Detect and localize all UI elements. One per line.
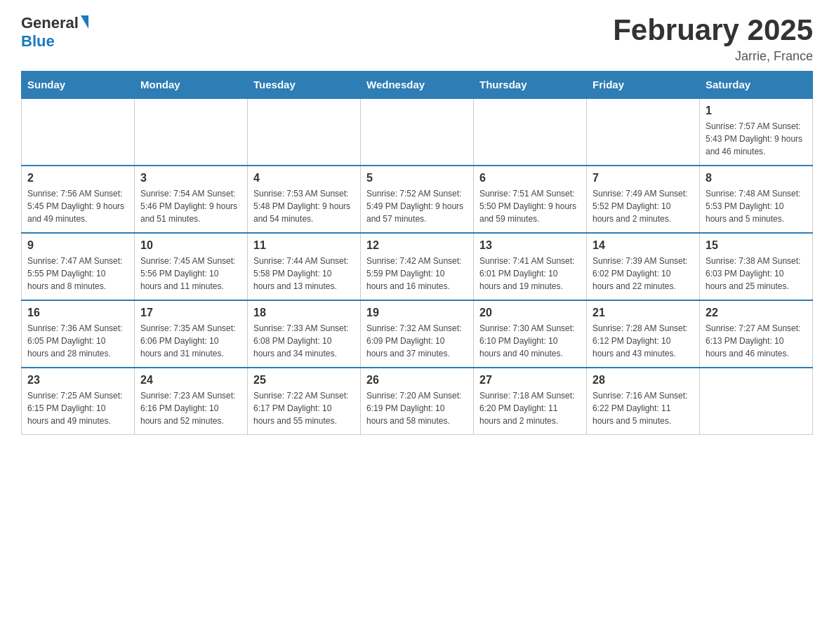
calendar-day-header: Sunday xyxy=(22,72,135,99)
day-number: 19 xyxy=(366,307,468,319)
day-number: 12 xyxy=(366,239,468,252)
calendar-cell: 11Sunrise: 7:44 AM Sunset: 5:58 PM Dayli… xyxy=(248,233,361,300)
day-info: Sunrise: 7:30 AM Sunset: 6:10 PM Dayligh… xyxy=(479,322,581,360)
day-number: 13 xyxy=(479,239,581,252)
day-number: 5 xyxy=(366,172,468,185)
day-info: Sunrise: 7:54 AM Sunset: 5:46 PM Dayligh… xyxy=(140,187,241,225)
page-header: General Blue February 2025 Jarrie, Franc… xyxy=(21,14,813,64)
calendar-cell: 5Sunrise: 7:52 AM Sunset: 5:49 PM Daylig… xyxy=(361,166,474,233)
day-number: 10 xyxy=(140,239,241,252)
calendar-cell: 15Sunrise: 7:38 AM Sunset: 6:03 PM Dayli… xyxy=(700,233,813,300)
calendar-week-row: 16Sunrise: 7:36 AM Sunset: 6:05 PM Dayli… xyxy=(22,300,813,368)
calendar-week-row: 2Sunrise: 7:56 AM Sunset: 5:45 PM Daylig… xyxy=(22,166,813,233)
day-number: 7 xyxy=(593,172,694,185)
calendar-cell xyxy=(248,98,361,166)
calendar-cell: 1Sunrise: 7:57 AM Sunset: 5:43 PM Daylig… xyxy=(700,98,813,166)
calendar-cell: 28Sunrise: 7:16 AM Sunset: 6:22 PM Dayli… xyxy=(587,368,700,435)
day-number: 1 xyxy=(706,105,807,117)
day-number: 24 xyxy=(140,374,241,387)
day-number: 27 xyxy=(479,374,581,387)
day-info: Sunrise: 7:53 AM Sunset: 5:48 PM Dayligh… xyxy=(253,187,355,225)
calendar-cell xyxy=(587,98,700,166)
calendar-day-header: Wednesday xyxy=(361,72,474,99)
calendar-cell xyxy=(474,98,587,166)
day-info: Sunrise: 7:33 AM Sunset: 6:08 PM Dayligh… xyxy=(253,322,355,360)
calendar-cell xyxy=(361,98,474,166)
calendar-header: SundayMondayTuesdayWednesdayThursdayFrid… xyxy=(22,72,813,99)
day-info: Sunrise: 7:35 AM Sunset: 6:06 PM Dayligh… xyxy=(140,322,241,360)
calendar-cell xyxy=(700,368,813,435)
calendar-cell: 18Sunrise: 7:33 AM Sunset: 6:08 PM Dayli… xyxy=(248,300,361,368)
day-number: 16 xyxy=(27,307,128,319)
day-info: Sunrise: 7:44 AM Sunset: 5:58 PM Dayligh… xyxy=(253,255,355,293)
calendar-cell: 9Sunrise: 7:47 AM Sunset: 5:55 PM Daylig… xyxy=(22,233,135,300)
calendar-cell: 10Sunrise: 7:45 AM Sunset: 5:56 PM Dayli… xyxy=(135,233,248,300)
day-number: 8 xyxy=(706,172,807,185)
calendar-week-row: 9Sunrise: 7:47 AM Sunset: 5:55 PM Daylig… xyxy=(22,233,813,300)
day-number: 6 xyxy=(479,172,581,185)
day-number: 17 xyxy=(140,307,241,319)
calendar-cell: 8Sunrise: 7:48 AM Sunset: 5:53 PM Daylig… xyxy=(700,166,813,233)
calendar-cell: 17Sunrise: 7:35 AM Sunset: 6:06 PM Dayli… xyxy=(135,300,248,368)
logo-arrow-icon xyxy=(81,15,88,29)
day-info: Sunrise: 7:36 AM Sunset: 6:05 PM Dayligh… xyxy=(27,322,128,360)
day-info: Sunrise: 7:52 AM Sunset: 5:49 PM Dayligh… xyxy=(366,187,468,225)
calendar-cell: 27Sunrise: 7:18 AM Sunset: 6:20 PM Dayli… xyxy=(474,368,587,435)
day-info: Sunrise: 7:27 AM Sunset: 6:13 PM Dayligh… xyxy=(706,322,807,360)
day-number: 2 xyxy=(27,172,128,185)
calendar-cell: 22Sunrise: 7:27 AM Sunset: 6:13 PM Dayli… xyxy=(700,300,813,368)
day-number: 3 xyxy=(140,172,241,185)
calendar-cell: 6Sunrise: 7:51 AM Sunset: 5:50 PM Daylig… xyxy=(474,166,587,233)
calendar-day-header: Saturday xyxy=(700,72,813,99)
calendar-body: 1Sunrise: 7:57 AM Sunset: 5:43 PM Daylig… xyxy=(22,98,813,435)
day-info: Sunrise: 7:51 AM Sunset: 5:50 PM Dayligh… xyxy=(479,187,581,225)
calendar-day-header: Thursday xyxy=(474,72,587,99)
day-info: Sunrise: 7:38 AM Sunset: 6:03 PM Dayligh… xyxy=(706,255,807,293)
day-info: Sunrise: 7:22 AM Sunset: 6:17 PM Dayligh… xyxy=(253,389,355,427)
day-number: 22 xyxy=(706,307,807,319)
calendar-cell xyxy=(135,98,248,166)
day-info: Sunrise: 7:25 AM Sunset: 6:15 PM Dayligh… xyxy=(27,389,128,427)
day-number: 15 xyxy=(706,239,807,252)
logo: General Blue xyxy=(21,14,88,51)
day-info: Sunrise: 7:41 AM Sunset: 6:01 PM Dayligh… xyxy=(479,255,581,293)
day-number: 11 xyxy=(253,239,355,252)
day-number: 21 xyxy=(593,307,694,319)
logo-general-text: General xyxy=(21,14,79,32)
day-info: Sunrise: 7:42 AM Sunset: 5:59 PM Dayligh… xyxy=(366,255,468,293)
calendar-header-row: SundayMondayTuesdayWednesdayThursdayFrid… xyxy=(22,72,813,99)
calendar-cell: 20Sunrise: 7:30 AM Sunset: 6:10 PM Dayli… xyxy=(474,300,587,368)
calendar-table: SundayMondayTuesdayWednesdayThursdayFrid… xyxy=(21,71,813,435)
day-number: 18 xyxy=(253,307,355,319)
day-number: 4 xyxy=(253,172,355,185)
day-info: Sunrise: 7:20 AM Sunset: 6:19 PM Dayligh… xyxy=(366,389,468,427)
day-info: Sunrise: 7:18 AM Sunset: 6:20 PM Dayligh… xyxy=(479,389,581,427)
day-info: Sunrise: 7:32 AM Sunset: 6:09 PM Dayligh… xyxy=(366,322,468,360)
day-info: Sunrise: 7:57 AM Sunset: 5:43 PM Dayligh… xyxy=(706,120,807,158)
day-number: 23 xyxy=(27,374,128,387)
day-info: Sunrise: 7:23 AM Sunset: 6:16 PM Dayligh… xyxy=(140,389,241,427)
calendar-day-header: Tuesday xyxy=(248,72,361,99)
day-info: Sunrise: 7:56 AM Sunset: 5:45 PM Dayligh… xyxy=(27,187,128,225)
calendar-cell: 21Sunrise: 7:28 AM Sunset: 6:12 PM Dayli… xyxy=(587,300,700,368)
day-info: Sunrise: 7:16 AM Sunset: 6:22 PM Dayligh… xyxy=(593,389,694,427)
calendar-cell: 24Sunrise: 7:23 AM Sunset: 6:16 PM Dayli… xyxy=(135,368,248,435)
calendar-cell: 12Sunrise: 7:42 AM Sunset: 5:59 PM Dayli… xyxy=(361,233,474,300)
day-number: 25 xyxy=(253,374,355,387)
calendar-day-header: Monday xyxy=(135,72,248,99)
day-info: Sunrise: 7:45 AM Sunset: 5:56 PM Dayligh… xyxy=(140,255,241,293)
calendar-cell: 25Sunrise: 7:22 AM Sunset: 6:17 PM Dayli… xyxy=(248,368,361,435)
day-info: Sunrise: 7:39 AM Sunset: 6:02 PM Dayligh… xyxy=(593,255,694,293)
day-info: Sunrise: 7:47 AM Sunset: 5:55 PM Dayligh… xyxy=(27,255,128,293)
calendar-cell: 19Sunrise: 7:32 AM Sunset: 6:09 PM Dayli… xyxy=(361,300,474,368)
day-number: 26 xyxy=(366,374,468,387)
calendar-cell: 16Sunrise: 7:36 AM Sunset: 6:05 PM Dayli… xyxy=(22,300,135,368)
calendar-cell: 26Sunrise: 7:20 AM Sunset: 6:19 PM Dayli… xyxy=(361,368,474,435)
day-number: 20 xyxy=(479,307,581,319)
calendar-week-row: 23Sunrise: 7:25 AM Sunset: 6:15 PM Dayli… xyxy=(22,368,813,435)
day-number: 14 xyxy=(593,239,694,252)
calendar-day-header: Friday xyxy=(587,72,700,99)
calendar-cell xyxy=(22,98,135,166)
calendar-cell: 7Sunrise: 7:49 AM Sunset: 5:52 PM Daylig… xyxy=(587,166,700,233)
day-info: Sunrise: 7:49 AM Sunset: 5:52 PM Dayligh… xyxy=(593,187,694,225)
